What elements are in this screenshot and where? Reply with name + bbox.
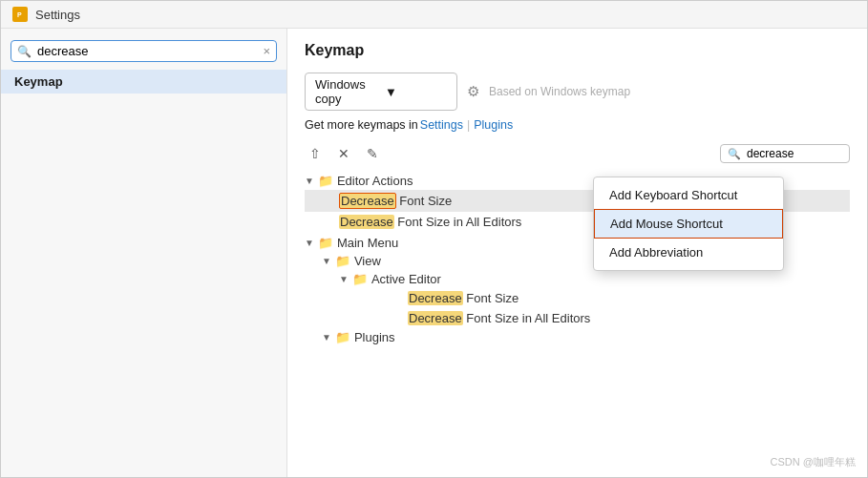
main-menu-label: Main Menu [337, 236, 398, 250]
sidebar: 🔍 × Keymap [1, 29, 287, 477]
sidebar-search-input[interactable] [37, 44, 257, 58]
active-editor-folder-icon: 📁 [352, 272, 368, 286]
active-editor-sub-group: ▼ 📁 Active Editor Decrease Font Size Dec… [322, 270, 850, 328]
font-size-text: Font Size [396, 194, 453, 208]
gear-icon[interactable]: ⚙ [467, 83, 479, 100]
keymap-dropdown[interactable]: Windows copy ▼ [305, 73, 457, 111]
get-more-row: Get more keymaps in Settings | Plugins [305, 118, 850, 132]
keymap-dropdown-value: Windows copy [315, 77, 377, 106]
toolbar-icons: ⇧ ✕ ✎ [305, 143, 383, 164]
chevron-down-icon: ▼ [385, 85, 447, 99]
svg-text:P: P [17, 11, 22, 18]
settings-link[interactable]: Settings [420, 118, 463, 132]
active-editor-chevron[interactable]: ▼ [339, 274, 349, 284]
tree-item-ae-decrease-font-size[interactable]: Decrease Font Size [339, 288, 850, 308]
sidebar-item-keymap[interactable]: Keymap [1, 70, 286, 94]
toolbar-row: ⇧ ✕ ✎ 🔍 [305, 143, 850, 164]
decrease-highlight-2: Decrease [339, 215, 394, 229]
font-size-all-text: Font Size in All Editors [394, 215, 522, 229]
toolbar-search-box[interactable]: 🔍 [720, 144, 850, 163]
tree-item-ae-decrease-font-size-all[interactable]: Decrease Font Size in All Editors [339, 308, 850, 328]
clear-icon[interactable]: × [263, 44, 270, 58]
title-bar: P Settings [1, 1, 867, 29]
toolbar-search-input[interactable] [747, 147, 842, 160]
close-icon[interactable]: ✕ [333, 143, 354, 164]
right-panel: Keymap Windows copy ▼ ⚙ Based on Windows… [287, 29, 867, 477]
active-editor-label: Active Editor [371, 272, 441, 286]
ae-font-size-text: Font Size [463, 291, 519, 305]
up-arrow-icon[interactable]: ⇧ [305, 143, 326, 164]
keymap-selector-row: Windows copy ▼ ⚙ Based on Windows keymap [305, 73, 850, 111]
toolbar-search-icon: 🔍 [728, 148, 741, 160]
plugins-link[interactable]: Plugins [474, 118, 513, 132]
decrease-highlight-bordered: Decrease [339, 193, 396, 209]
editor-actions-folder-icon: 📁 [318, 174, 333, 188]
sidebar-item-keymap-label: Keymap [14, 74, 63, 89]
plugins-label: Plugins [354, 330, 395, 344]
main-menu-chevron[interactable]: ▼ [305, 238, 314, 248]
app-icon: P [12, 7, 28, 22]
main-menu-folder-icon: 📁 [318, 236, 333, 250]
context-menu-item-add-abbreviation[interactable]: Add Abbreviation [594, 239, 783, 266]
context-menu: Add Keyboard Shortcut Add Mouse Shortcut… [593, 177, 784, 271]
plugins-folder-icon: 📁 [335, 330, 350, 344]
decrease-highlight-3: Decrease [408, 291, 463, 305]
view-label: View [354, 254, 381, 268]
view-chevron[interactable]: ▼ [322, 256, 331, 266]
search-icon: 🔍 [17, 45, 32, 58]
active-editor-header: ▼ 📁 Active Editor [339, 270, 850, 288]
separator: | [467, 118, 470, 132]
ae-font-size-all-text: Font Size in All Editors [463, 311, 591, 325]
app-window: P Settings 🔍 × Keymap Keymap Windows cop… [0, 0, 868, 478]
editor-actions-label: Editor Actions [337, 174, 413, 188]
watermark: CSDN @咖哩年糕 [771, 455, 856, 469]
window-title: Settings [35, 8, 80, 22]
panel-title: Keymap [305, 42, 850, 59]
decrease-highlight-4: Decrease [408, 311, 463, 325]
get-more-text: Get more keymaps in [305, 118, 418, 132]
plugins-sub-group: ▼ 📁 Plugins [305, 328, 850, 346]
sidebar-search-box[interactable]: 🔍 × [11, 40, 277, 62]
editor-actions-chevron[interactable]: ▼ [305, 176, 314, 186]
view-folder-icon: 📁 [335, 254, 350, 268]
main-content: 🔍 × Keymap Keymap Windows copy ▼ ⚙ Based… [1, 29, 867, 477]
plugins-header: ▼ 📁 Plugins [322, 328, 850, 346]
context-menu-item-add-keyboard[interactable]: Add Keyboard Shortcut [594, 181, 783, 209]
context-menu-item-add-mouse[interactable]: Add Mouse Shortcut [594, 209, 783, 239]
based-on-label: Based on Windows keymap [489, 85, 630, 98]
plugins-chevron[interactable]: ▼ [322, 332, 331, 343]
edit-icon[interactable]: ✎ [362, 143, 383, 164]
